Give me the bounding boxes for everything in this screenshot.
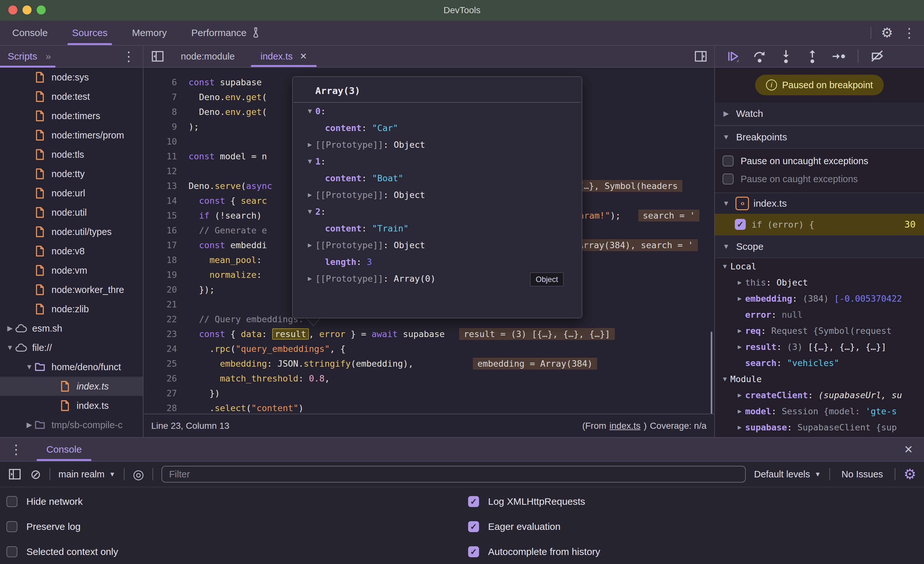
file-tree-item[interactable]: index.ts xyxy=(0,377,143,396)
scope-variable-row[interactable]: ▶model: Session {model: 'gte-s xyxy=(715,403,924,419)
checkbox[interactable] xyxy=(6,521,17,532)
chevron-right-icon[interactable]: ▶ xyxy=(734,278,745,286)
step-into-icon[interactable] xyxy=(778,49,794,64)
step-out-icon[interactable] xyxy=(805,49,820,64)
file-tree-item[interactable]: node:util/types xyxy=(0,222,143,241)
tab-console[interactable]: Console xyxy=(0,21,60,45)
scope-section-header[interactable]: ▼ Scope xyxy=(715,235,924,258)
drawer-tab-console[interactable]: Console xyxy=(37,438,92,461)
log-levels-selector[interactable]: Default levels ▼ xyxy=(754,469,821,480)
file-tree-item[interactable]: node:worker_thre xyxy=(0,280,143,299)
chevron-down-icon[interactable]: ▼ xyxy=(304,158,315,165)
scope-variable-row[interactable]: ▶createClient: (supabaseUrl, su xyxy=(715,387,924,403)
console-setting-row[interactable]: ✓Eager evaluation xyxy=(468,517,561,536)
toggle-right-panel-icon[interactable] xyxy=(694,49,708,63)
chevron-right-icon[interactable]: ▶ xyxy=(734,391,745,399)
chevron-down-icon[interactable]: ▼ xyxy=(304,107,315,115)
scope-section-row[interactable]: ▼Module xyxy=(715,371,924,387)
line-number[interactable]: 12 xyxy=(144,166,189,176)
chevron-right-icon[interactable]: ▶ xyxy=(734,327,745,334)
chevron-down-icon[interactable]: ▼ xyxy=(719,262,730,270)
step-icon[interactable] xyxy=(831,49,846,64)
editor-scrollbar[interactable] xyxy=(711,332,712,414)
line-number[interactable]: 16 xyxy=(144,226,189,235)
console-setting-row[interactable]: ✓Autocomplete from history xyxy=(468,542,600,561)
line-number[interactable]: 8 xyxy=(144,107,189,117)
filter-input[interactable] xyxy=(162,466,746,483)
scope-variable-row[interactable]: ▶embedding: (384) [-0.005370422 xyxy=(715,290,924,307)
more-options-icon[interactable]: ⋮ xyxy=(903,26,916,39)
chevron-right-icon[interactable]: ▶ xyxy=(5,324,15,332)
maximize-traffic-light[interactable] xyxy=(37,6,46,15)
tab-sources[interactable]: Sources xyxy=(60,21,120,45)
hide-navigator-icon[interactable] xyxy=(151,49,165,63)
step-over-icon[interactable] xyxy=(752,49,767,64)
drawer-close-icon[interactable]: ✕ xyxy=(904,443,914,456)
chevron-down-icon[interactable]: ▼ xyxy=(5,343,15,352)
chevron-right-icon[interactable]: ▶ xyxy=(304,275,315,282)
line-number[interactable]: 21 xyxy=(144,299,189,309)
file-tree-item[interactable]: node:zlib xyxy=(0,299,143,319)
resume-script-icon[interactable] xyxy=(726,49,741,64)
close-traffic-light[interactable] xyxy=(8,6,17,15)
console-settings-gear-icon[interactable]: ⚙ xyxy=(904,467,916,481)
file-tree-item[interactable]: node:tls xyxy=(0,145,143,164)
settings-gear-icon[interactable]: ⚙ xyxy=(881,26,893,40)
console-setting-row[interactable]: ✓Log XMLHttpRequests xyxy=(468,492,585,511)
line-number[interactable]: 23 xyxy=(144,329,189,339)
breakpoint-checkbox[interactable]: ✓ xyxy=(735,219,746,230)
checkbox[interactable] xyxy=(723,173,734,185)
scripts-tab[interactable]: Scripts xyxy=(8,51,38,62)
line-number[interactable]: 7 xyxy=(144,92,189,102)
watch-section-header[interactable]: ▶ Watch xyxy=(715,102,924,126)
chevron-right-icon[interactable]: ▶ xyxy=(734,423,745,431)
line-number[interactable]: 10 xyxy=(144,137,189,146)
line-number[interactable]: 26 xyxy=(144,373,189,384)
line-number[interactable]: 17 xyxy=(144,240,189,250)
chevron-right-icon[interactable]: ▶ xyxy=(304,141,315,148)
file-tree-item[interactable]: node:util xyxy=(0,203,143,222)
clear-console-icon[interactable]: ⊘ xyxy=(30,468,41,481)
chevron-right-icon[interactable]: ▶ xyxy=(734,343,745,350)
line-number[interactable]: 24 xyxy=(144,344,189,354)
checkbox[interactable] xyxy=(6,546,17,557)
line-number[interactable]: 25 xyxy=(144,359,189,368)
checkbox[interactable] xyxy=(6,496,17,507)
scope-variable-row[interactable]: search: "vehicles" xyxy=(715,355,924,371)
chevron-right-icon[interactable]: ▶ xyxy=(734,407,745,415)
file-tree-item[interactable]: node:test xyxy=(0,87,143,106)
source-link[interactable]: index.ts xyxy=(609,421,640,431)
scope-variable-row[interactable]: ▶supabase: SupabaseClient {sup xyxy=(715,419,924,435)
execution-context-selector[interactable]: main realm ▼ xyxy=(58,469,116,480)
deactivate-breakpoints-icon[interactable] xyxy=(870,49,885,64)
console-setting-row[interactable]: Selected context only xyxy=(6,542,118,561)
file-tree-item[interactable]: ▶tmp/sb-compile-c xyxy=(0,415,143,435)
more-tabs-chevron-icon[interactable]: » xyxy=(46,51,50,62)
scope-variable-row[interactable]: ▶this: Object xyxy=(715,274,924,290)
file-tree-item[interactable]: ▶esm.sh xyxy=(0,319,143,338)
console-setting-row[interactable]: Hide network xyxy=(6,492,82,511)
drawer-more-icon[interactable]: ⋮ xyxy=(10,443,22,456)
tab-close-icon[interactable]: ✕ xyxy=(300,51,307,62)
editor-tab-index-ts[interactable]: index.ts ✕ xyxy=(248,46,320,67)
scope-variable-row[interactable]: ▶result: (3) [{…}, {…}, {…}] xyxy=(715,338,924,355)
console-sidebar-toggle-icon[interactable] xyxy=(8,467,22,481)
scope-variable-row[interactable]: ▶req: Request {Symbol(request xyxy=(715,323,924,338)
line-number[interactable]: 27 xyxy=(144,388,189,398)
line-number[interactable]: 15 xyxy=(144,211,189,221)
breakpoints-section-header[interactable]: ▼ Breakpoints xyxy=(715,126,924,149)
file-tree-item[interactable]: node:timers xyxy=(0,106,143,126)
scope-variable-row[interactable]: error: null xyxy=(715,307,924,323)
minimize-traffic-light[interactable] xyxy=(22,6,32,15)
file-tree-item[interactable]: ▼home/deno/funct xyxy=(0,357,143,377)
tab-performance[interactable]: Performance xyxy=(179,21,273,45)
console-setting-row[interactable]: Preserve log xyxy=(6,517,80,536)
chevron-down-icon[interactable]: ▼ xyxy=(719,375,730,383)
line-number[interactable]: 14 xyxy=(144,196,189,206)
line-number[interactable]: 28 xyxy=(144,403,189,413)
file-tree-item[interactable]: index.ts xyxy=(0,396,143,415)
pause-caught-exceptions-row[interactable]: Pause on caught exceptions xyxy=(715,170,924,188)
live-expression-eye-icon[interactable]: ◎ xyxy=(133,468,144,481)
line-number[interactable]: 9 xyxy=(144,122,189,132)
line-number[interactable]: 20 xyxy=(144,284,189,295)
